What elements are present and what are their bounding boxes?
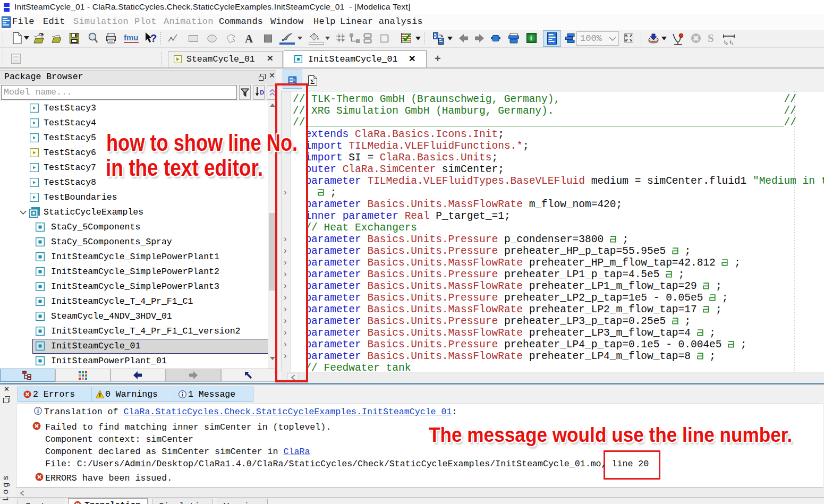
svg-text:Σ: Σ: [310, 78, 315, 86]
svg-text:t₁: t₁: [730, 38, 734, 45]
svg-text:D: D: [260, 89, 264, 96]
svg-text:t₀: t₀: [724, 38, 728, 45]
svg-text:?: ?: [150, 32, 157, 44]
